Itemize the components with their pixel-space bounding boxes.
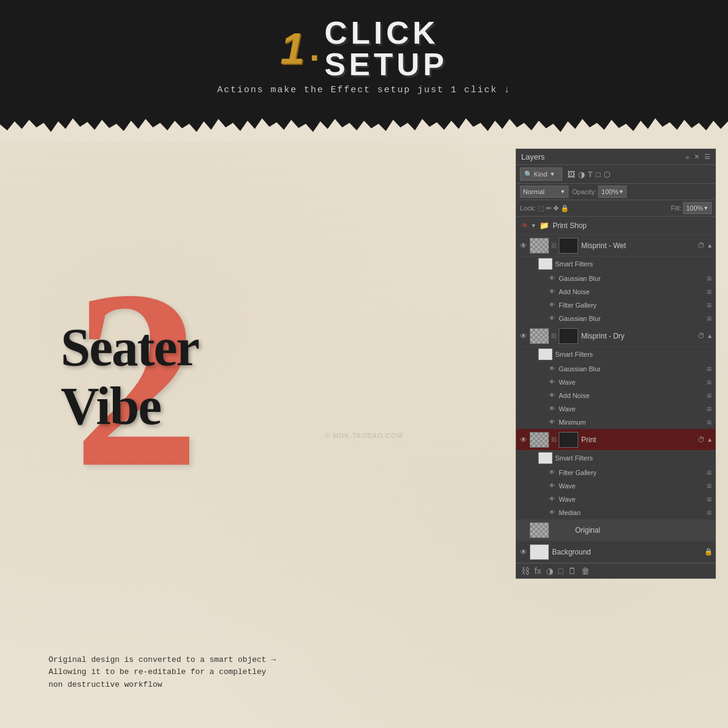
filter-options-icon[interactable]: ≡ xyxy=(707,391,712,400)
filter-wave-dry2[interactable]: 👁 Wave ≡ xyxy=(516,402,715,416)
smart-filter-thumb-dry xyxy=(538,348,553,360)
lock-move-icon[interactable]: ✥ xyxy=(553,204,559,212)
kind-smart-icon[interactable]: ⬡ xyxy=(604,170,610,179)
lock-draw-icon[interactable]: ✏ xyxy=(546,204,551,212)
wave-print1-vis[interactable]: 👁 xyxy=(548,482,556,490)
opacity-input[interactable]: 100% ▼ xyxy=(598,186,627,198)
filter-median-print[interactable]: 👁 Median ≡ xyxy=(516,506,715,519)
median-print-name: Median xyxy=(559,509,707,516)
kind-text-icon[interactable]: T xyxy=(588,170,593,179)
expand-icon[interactable]: ▲ xyxy=(707,242,713,249)
wave-dry2-name: Wave xyxy=(559,405,707,413)
expand-icon-print[interactable]: ▲ xyxy=(707,436,713,443)
print-shop-arrow[interactable]: ▼ xyxy=(531,223,536,229)
filter-options-icon[interactable]: ≡ xyxy=(707,314,712,323)
panel-close-button[interactable]: ✕ xyxy=(694,153,699,161)
wave-print2-vis[interactable]: 👁 xyxy=(548,495,556,504)
kind-icons: 🖼 ◑ T □ ⬡ xyxy=(567,170,610,179)
add-noise-wet-vis[interactable]: 👁 xyxy=(548,288,556,296)
panel-menu-button[interactable]: ☰ xyxy=(704,153,710,161)
background-layer[interactable]: 👁 Background 🔒 xyxy=(516,541,715,563)
filter-gallery-wet-vis[interactable]: 👁 xyxy=(548,301,556,309)
smart-filters-print-label: Smart Filters xyxy=(555,454,593,462)
misprint-dry-layer[interactable]: 👁 ⛓ Misprint - Dry ⏱ ▲ xyxy=(516,325,715,347)
filter-options-icon[interactable]: ≡ xyxy=(707,481,712,491)
gaussian-blur-wet1-vis[interactable]: 👁 xyxy=(548,274,556,283)
filter-options-icon[interactable]: ≡ xyxy=(707,508,712,517)
filter-gallery-wet[interactable]: 👁 Filter Gallery ≡ xyxy=(516,298,715,312)
print-visibility[interactable]: 👁 xyxy=(519,435,528,445)
misprint-dry-visibility[interactable]: 👁 xyxy=(519,331,528,341)
new-fill-icon[interactable]: ◑ xyxy=(546,566,553,576)
delete-icon[interactable]: 🗑 xyxy=(581,566,590,576)
background-visibility[interactable]: 👁 xyxy=(519,547,528,557)
filter-options-icon[interactable]: ≡ xyxy=(707,274,712,283)
eye-icon: 👁 xyxy=(549,469,555,476)
filter-options-icon[interactable]: ≡ xyxy=(707,417,712,427)
filter-options-icon[interactable]: ≡ xyxy=(707,364,712,374)
kind-shape-icon[interactable]: □ xyxy=(596,170,601,179)
filter-options-icon[interactable]: ≡ xyxy=(707,404,712,414)
print-layer[interactable]: 👁 ⛓ Print ⏱ ▲ xyxy=(516,429,715,451)
smart-filter-thumb-wet xyxy=(538,258,553,270)
filter-wave-print1[interactable]: 👁 Wave ≡ xyxy=(516,479,715,493)
filter-options-icon[interactable]: ≡ xyxy=(707,377,712,387)
original-visibility[interactable] xyxy=(519,525,528,535)
bottom-note-line3: non destructive workflow xyxy=(49,680,162,689)
kind-dropdown[interactable]: 🔍 Kind ▼ xyxy=(520,167,562,181)
main-content-area: 2 Seater Vibe © MDK.TAOBAO.COM Original … xyxy=(0,143,728,728)
print-shop-visibility[interactable]: 👁 xyxy=(520,221,530,231)
lock-pixel-icon[interactable]: ⬚ xyxy=(538,204,544,212)
filter-gallery-wet-name: Filter Gallery xyxy=(559,302,707,309)
original-layer[interactable]: Original xyxy=(516,519,715,541)
filter-gaussian-blur-dry[interactable]: 👁 Gaussian Blur ≡ xyxy=(516,362,715,376)
filter-gaussian-blur-wet2[interactable]: 👁 Gaussian Blur ≡ xyxy=(516,312,715,325)
gaussian-blur-dry-vis[interactable]: 👁 xyxy=(548,365,556,373)
filter-options-icon[interactable]: ≡ xyxy=(707,468,712,477)
filter-minimum-dry[interactable]: 👁 Minimum ≡ xyxy=(516,416,715,429)
new-layer-icon[interactable]: 🗒 xyxy=(568,566,576,576)
filter-gaussian-blur-wet1[interactable]: 👁 Gaussian Blur ≡ xyxy=(516,272,715,285)
main-text-line1: Seater xyxy=(61,318,198,377)
link-icon[interactable]: ⛓ xyxy=(521,566,530,576)
median-print-vis[interactable]: 👁 xyxy=(548,508,556,517)
misprint-wet-visibility[interactable]: 👁 xyxy=(519,241,528,251)
fill-input[interactable]: 100% ▼ xyxy=(683,202,712,214)
filter-options-icon[interactable]: ≡ xyxy=(707,287,712,297)
lock-all-icon[interactable]: 🔒 xyxy=(561,204,569,212)
kind-adjustment-icon[interactable]: ◑ xyxy=(578,170,585,179)
wave-dry2-vis[interactable]: 👁 xyxy=(548,405,556,413)
lock-label: Lock: xyxy=(520,204,536,212)
gaussian-blur-wet1-name: Gaussian Blur xyxy=(559,275,707,282)
clock-icon: ⏱ xyxy=(698,241,705,250)
gaussian-blur-wet2-vis[interactable]: 👁 xyxy=(548,314,556,323)
panel-collapse-button[interactable]: « xyxy=(686,153,689,161)
filter-options-icon[interactable]: ≡ xyxy=(707,300,712,310)
minimum-dry-vis[interactable]: 👁 xyxy=(548,418,556,426)
filter-options-icon[interactable]: ≡ xyxy=(707,494,712,504)
expand-icon-dry[interactable]: ▲ xyxy=(707,332,713,339)
filter-add-noise-wet[interactable]: 👁 Add Noise ≡ xyxy=(516,285,715,298)
smart-filters-wet-label: Smart Filters xyxy=(555,260,593,268)
misprint-wet-badge: ⏱ ▲ xyxy=(698,241,713,250)
kind-pixel-icon[interactable]: 🖼 xyxy=(567,170,575,179)
eye-icon: 👁 xyxy=(549,496,555,502)
new-group-icon[interactable]: □ xyxy=(558,566,563,576)
panel-controls: « ✕ ☰ xyxy=(686,153,710,161)
filter-wave-dry1[interactable]: 👁 Wave ≡ xyxy=(516,376,715,389)
wave-dry1-vis[interactable]: 👁 xyxy=(548,378,556,386)
misprint-wet-eye-icon: 👁 xyxy=(520,241,527,250)
add-noise-dry-vis[interactable]: 👁 xyxy=(548,391,556,400)
filter-gallery-print-vis[interactable]: 👁 xyxy=(548,468,556,477)
misprint-dry-name: Misprint - Dry xyxy=(579,332,698,340)
misprint-wet-layer[interactable]: 👁 ⛓ Misprint - Wet ⏱ ▲ xyxy=(516,235,715,257)
eye-icon: 👁 xyxy=(549,482,555,489)
blend-mode-dropdown[interactable]: Normal ▼ xyxy=(520,186,568,198)
filter-gallery-print[interactable]: 👁 Filter Gallery ≡ xyxy=(516,466,715,479)
filter-add-noise-dry[interactable]: 👁 Add Noise ≡ xyxy=(516,389,715,402)
fx-icon[interactable]: fx xyxy=(534,566,541,576)
eye-icon: 👁 xyxy=(549,288,555,295)
filter-wave-print2[interactable]: 👁 Wave ≡ xyxy=(516,493,715,506)
eye-icon: 👁 xyxy=(549,392,555,399)
print-shop-group-row[interactable]: 👁 ▼ 📁 Print Shop xyxy=(516,217,715,235)
